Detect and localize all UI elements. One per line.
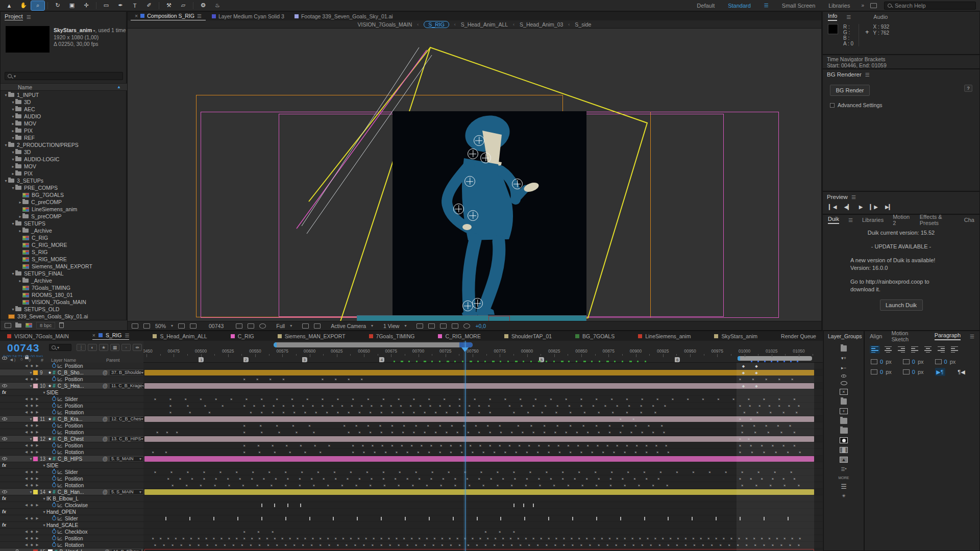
keyframe[interactable]: × — [626, 443, 628, 448]
keyframe[interactable]: × — [545, 404, 547, 408]
keyframe[interactable]: × — [286, 443, 288, 448]
layer-switches[interactable] — [0, 384, 29, 387]
snapshot-icon[interactable] — [236, 323, 242, 329]
keyframe[interactable]: × — [411, 536, 413, 541]
timeline-tab-c-rig-more[interactable]: C_RIG_MORE — [438, 333, 480, 339]
keyframe-graph[interactable]: ◆◆◆◆×××××××××××××◆◆×××××××××××××××××××××… — [143, 363, 823, 551]
keyframe[interactable]: × — [284, 543, 286, 547]
keyframe[interactable]: × — [502, 543, 504, 547]
keyframe[interactable]: × — [732, 397, 734, 402]
indent-field-0[interactable]: 0px — [871, 359, 892, 365]
stopwatch-icon[interactable] — [52, 450, 56, 454]
keyframe[interactable]: × — [676, 543, 678, 547]
project-tree-item[interactable]: ROOMS_180_01 — [1, 291, 127, 298]
parent-pickwhip-icon[interactable]: @ — [103, 456, 108, 462]
keyframe-nav-arrows[interactable]: ◀ ◆ ▶ — [23, 410, 52, 414]
keyframe[interactable]: × — [458, 397, 460, 402]
collapse-arrow-icon[interactable]: ▾ — [11, 136, 15, 140]
property-row[interactable]: ◀ ◆ ▶Position — [0, 475, 143, 482]
keyframe[interactable]: × — [580, 397, 582, 402]
keyframe[interactable]: × — [333, 470, 335, 474]
parent-pickwhip-icon[interactable]: @ — [103, 383, 108, 389]
keyframe[interactable]: × — [284, 470, 286, 474]
collapse-arrow-icon[interactable]: ▾ — [11, 114, 15, 119]
keyframe[interactable]: × — [289, 536, 291, 541]
project-tree-item[interactable]: Siemens_MAN_EXPORT — [1, 263, 127, 270]
keyframe[interactable]: × — [730, 536, 732, 541]
keyframe[interactable]: × — [390, 404, 392, 408]
keyframe[interactable]: × — [403, 423, 405, 428]
keyframe[interactable]: × — [256, 483, 258, 488]
keyframe[interactable]: × — [550, 477, 552, 481]
last-frame-button[interactable]: ▶▎ — [885, 204, 893, 210]
keyframe[interactable]: × — [396, 450, 398, 455]
tab-motion-sketch[interactable]: Motion Sketch — [891, 330, 925, 342]
collapse-arrow-icon[interactable]: ▾ — [11, 221, 15, 226]
keyframe[interactable]: × — [206, 543, 208, 547]
keyframe[interactable]: × — [263, 404, 265, 408]
graph-row[interactable] — [143, 489, 823, 495]
keyframe[interactable]: × — [355, 423, 357, 428]
keyframe[interactable]: × — [213, 536, 215, 541]
keyframe[interactable]: × — [562, 477, 564, 481]
graph-row[interactable] — [143, 462, 823, 469]
keyframe[interactable]: × — [179, 477, 181, 481]
keyframe[interactable]: × — [702, 397, 704, 402]
keyframe[interactable]: × — [493, 450, 495, 455]
keyframe[interactable]: × — [626, 410, 628, 415]
collapse-remove-icon[interactable]: ▸− — [840, 365, 848, 371]
graph-row[interactable]: ××××××××××××××××××××××××××××××××××××××××… — [143, 535, 823, 542]
keyframe[interactable]: × — [187, 404, 189, 408]
keyframe[interactable]: × — [598, 477, 600, 481]
keyframe[interactable]: × — [577, 443, 579, 448]
keyframe[interactable]: × — [275, 477, 277, 481]
layer-duration-bar[interactable] — [144, 489, 814, 495]
show-snapshot-icon[interactable] — [248, 323, 254, 329]
graph-row[interactable] — [143, 548, 823, 551]
keyframe[interactable]: × — [476, 543, 478, 547]
graph-row[interactable]: ×××××× — [143, 529, 823, 535]
keyframe[interactable]: × — [459, 443, 461, 448]
composition-marker-1[interactable]: 1 — [199, 357, 204, 362]
eye-icon[interactable] — [2, 384, 7, 387]
graph-row[interactable]: ×××××××××××××××××××××××××××××××××××××××× — [143, 469, 823, 475]
keyframe[interactable]: × — [504, 450, 506, 455]
graph-icon[interactable] — [58, 431, 62, 434]
keyframe[interactable]: × — [169, 397, 172, 402]
eye-icon[interactable] — [2, 417, 7, 420]
keyframe[interactable]: × — [667, 450, 669, 455]
graph-editor-icon[interactable]: ⇹ — [133, 344, 142, 351]
keyframe[interactable]: × — [562, 470, 564, 474]
stopwatch-icon[interactable] — [52, 530, 56, 534]
keyframe[interactable]: × — [432, 543, 434, 547]
keyframe[interactable]: × — [350, 536, 352, 541]
keyframe[interactable]: × — [398, 483, 400, 488]
keyframe[interactable] — [548, 517, 549, 520]
keyframe[interactable] — [300, 504, 301, 507]
selection-tool[interactable]: ▲ — [3, 1, 16, 10]
keyframe[interactable]: × — [499, 423, 501, 428]
keyframe[interactable]: × — [391, 443, 393, 448]
keyframe[interactable]: × — [411, 443, 413, 448]
keyframe[interactable] — [513, 504, 514, 507]
new-composition-icon[interactable] — [26, 323, 32, 328]
keyframe[interactable]: × — [402, 430, 404, 435]
puppet-pin-tool[interactable]: ♨ — [211, 1, 224, 10]
keyframe[interactable]: × — [581, 483, 583, 488]
delete-box-icon[interactable]: × — [840, 389, 848, 395]
keyframe[interactable] — [213, 517, 214, 520]
layer-row-9[interactable]: ▾9★#C_B_Sho...@37. B_Shoulde▾ — [0, 369, 143, 376]
keyframe[interactable]: × — [276, 543, 278, 547]
keyframe[interactable]: × — [239, 477, 241, 481]
property-row[interactable]: ◀ ◆ ▶Rotation — [0, 449, 143, 456]
keyframe[interactable]: × — [450, 543, 452, 547]
keyframe[interactable]: × — [554, 543, 556, 547]
breadcrumb-S_Head_Anim_ALL[interactable]: S_Head_Anim_ALL — [461, 21, 508, 28]
bg-renderer-menu-icon[interactable]: ☰ — [865, 72, 870, 78]
magnification-icon[interactable] — [143, 323, 150, 329]
keyframe[interactable]: × — [163, 543, 165, 547]
keyframe[interactable]: × — [594, 470, 596, 474]
brush-tool[interactable]: ✐ — [142, 1, 156, 10]
keyframe[interactable] — [533, 504, 534, 507]
time-ruler[interactable]: 0045000475005000052500550005750060000625… — [143, 341, 823, 363]
